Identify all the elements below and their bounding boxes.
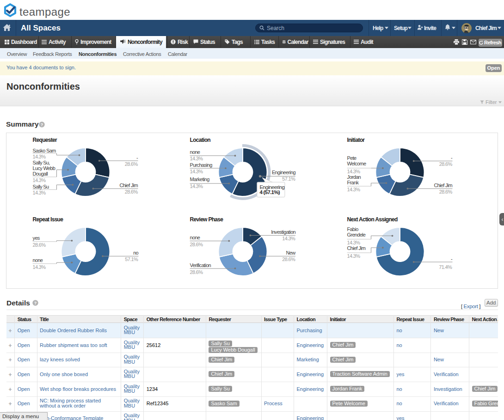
svg-text:New: New: [286, 250, 295, 256]
svg-text:Chief Jim: Chief Jim: [347, 245, 365, 251]
svg-text:Repeat Issue: Repeat Issue: [32, 216, 63, 223]
svg-text:14.3%: 14.3%: [282, 236, 295, 241]
svg-text:-: -: [451, 256, 453, 262]
svg-text:14.3%: 14.3%: [190, 183, 203, 189]
svg-text:none: none: [190, 235, 200, 240]
svg-text:Review Phase: Review Phase: [190, 216, 223, 223]
svg-text:Requester: Requester: [32, 137, 57, 143]
svg-text:none: none: [190, 149, 200, 155]
svg-text:57.1%: 57.1%: [282, 176, 295, 182]
svg-text:yes: yes: [32, 235, 40, 241]
svg-text:Dougall: Dougall: [32, 171, 48, 177]
svg-text:Pete: Pete: [347, 155, 356, 161]
svg-text:28.6%: 28.6%: [124, 189, 138, 195]
svg-text:4 (57.1%): 4 (57.1%): [259, 189, 280, 195]
svg-text:28.6%: 28.6%: [32, 242, 46, 248]
svg-text:?: ?: [34, 301, 37, 305]
svg-text:14.3%: 14.3%: [32, 190, 46, 195]
svg-text:Chief Jim: Chief Jim: [119, 183, 138, 188]
svg-text:Location: Location: [190, 137, 210, 143]
svg-text:14.3%: 14.3%: [32, 264, 46, 270]
svg-text:14.3%: 14.3%: [190, 156, 203, 161]
svg-text:14.3%: 14.3%: [347, 240, 360, 245]
svg-text:28.6%: 28.6%: [282, 256, 295, 262]
svg-text:Welcome: Welcome: [347, 161, 366, 166]
svg-text:Marketing: Marketing: [190, 177, 209, 182]
svg-text:Purchasing: Purchasing: [190, 162, 212, 168]
svg-text:-: -: [136, 155, 138, 160]
svg-text:14.3%: 14.3%: [32, 177, 46, 183]
svg-text:28.6%: 28.6%: [124, 161, 138, 167]
svg-text:Engineering: Engineering: [259, 184, 284, 190]
svg-text:Engineering: Engineering: [271, 170, 295, 175]
svg-text:Lucy Webb: Lucy Webb: [32, 165, 55, 171]
svg-text:57.1%: 57.1%: [125, 256, 138, 262]
svg-text:14.3%: 14.3%: [347, 169, 360, 174]
svg-text:Grendele: Grendele: [347, 232, 365, 237]
svg-text:Initiator: Initiator: [347, 137, 365, 143]
svg-text:Frank: Frank: [347, 180, 359, 185]
svg-text:none: none: [32, 257, 43, 263]
svg-text:Sasko Sam: Sasko Sam: [32, 148, 55, 153]
svg-text:no: no: [133, 250, 138, 256]
svg-text:14.3%: 14.3%: [347, 253, 360, 259]
svg-text:Sally Su,: Sally Su,: [32, 160, 50, 165]
svg-text:Fabio: Fabio: [347, 226, 358, 232]
svg-text:71.4%: 71.4%: [439, 264, 452, 270]
svg-text:Jordan: Jordan: [347, 174, 361, 180]
svg-text:-: -: [451, 155, 453, 160]
svg-text:Next Action Assigned: Next Action Assigned: [347, 216, 397, 223]
svg-text:28.6%: 28.6%: [439, 161, 452, 167]
svg-text:?: ?: [41, 122, 43, 127]
svg-text:Verification: Verification: [190, 262, 211, 268]
svg-text:14.3%: 14.3%: [32, 154, 46, 159]
svg-text:Chief Jim: Chief Jim: [434, 183, 452, 188]
svg-text:28.6%: 28.6%: [439, 189, 452, 195]
svg-text:28.6%: 28.6%: [190, 269, 203, 275]
svg-text:Sally Su: Sally Su: [32, 184, 49, 189]
svg-text:28.6%: 28.6%: [190, 242, 203, 247]
svg-text:Investigation: Investigation: [271, 229, 295, 235]
svg-text:14.3%: 14.3%: [347, 187, 360, 192]
svg-text:14.3%: 14.3%: [190, 169, 203, 174]
